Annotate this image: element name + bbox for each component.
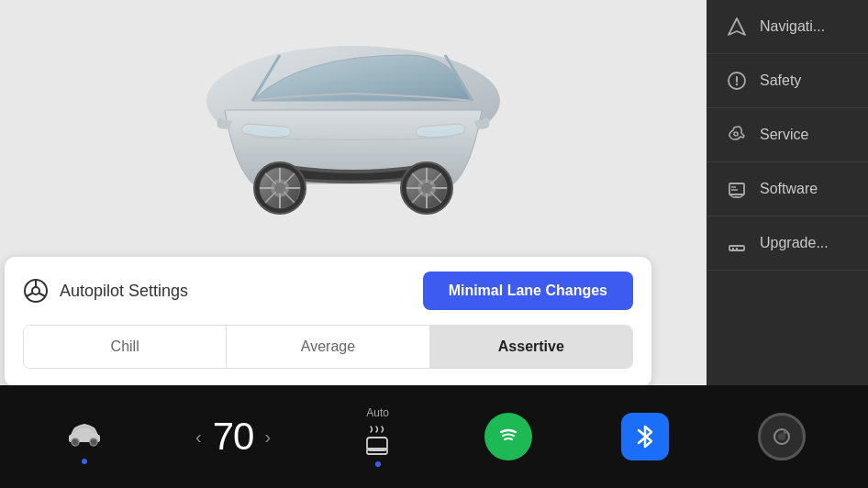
svg-point-51	[784, 430, 787, 434]
car-svg	[161, 18, 546, 220]
mlc-button[interactable]: Minimal Lane Changes	[423, 272, 633, 310]
svg-rect-37	[729, 183, 744, 194]
upgrade-icon	[727, 233, 747, 253]
seat-heat-icon	[360, 421, 396, 458]
svg-rect-48	[367, 449, 387, 454]
speed-increase-button[interactable]: ›	[264, 427, 271, 448]
svg-rect-42	[732, 248, 734, 250]
sidebar-item-service[interactable]: Service	[707, 108, 868, 162]
sidebar-item-safety[interactable]: Safety	[707, 54, 868, 108]
safety-icon	[727, 71, 747, 91]
taskbar-spotify[interactable]	[484, 413, 532, 460]
speed-control: ‹ 70 ›	[195, 415, 271, 459]
spotify-icon	[484, 413, 532, 460]
camera-icon	[758, 413, 806, 460]
svg-point-36	[734, 132, 738, 136]
lane-option-average[interactable]: Average	[227, 326, 429, 368]
climate-active-dot	[375, 461, 381, 467]
speed-value: 70	[213, 415, 254, 459]
svg-point-45	[72, 438, 79, 446]
lane-selector: Chill Average Assertive	[23, 325, 633, 369]
steering-wheel-icon	[23, 278, 49, 304]
autopilot-panel: Autopilot Settings Minimal Lane Changes …	[5, 257, 651, 387]
taskbar: ‹ 70 › Auto	[0, 385, 868, 488]
svg-line-31	[39, 294, 46, 297]
sidebar-item-navigation[interactable]: Navigati...	[707, 0, 868, 54]
software-icon	[727, 179, 747, 199]
sidebar-item-software[interactable]: Software	[707, 162, 868, 216]
sidebar: Navigati... Safety Service Software	[707, 0, 868, 385]
car-active-dot	[82, 459, 87, 464]
svg-point-46	[90, 438, 97, 446]
lane-option-chill[interactable]: Chill	[24, 326, 227, 368]
sidebar-software-label: Software	[760, 181, 818, 197]
speed-decrease-button[interactable]: ‹	[195, 427, 202, 448]
svg-point-28	[32, 287, 39, 294]
car-image	[0, 0, 707, 238]
sidebar-navigation-label: Navigati...	[760, 18, 825, 35]
svg-rect-43	[736, 248, 738, 250]
svg-marker-32	[729, 18, 745, 35]
svg-point-50	[778, 433, 785, 440]
sidebar-upgrades-label: Upgrade...	[760, 235, 829, 251]
bluetooth-icon	[621, 413, 669, 460]
sidebar-safety-label: Safety	[760, 72, 801, 89]
autopilot-title: Autopilot Settings	[60, 282, 188, 301]
svg-point-14	[274, 183, 285, 194]
service-icon	[727, 125, 747, 145]
lane-option-assertive[interactable]: Assertive	[430, 326, 632, 368]
svg-point-26	[421, 183, 432, 194]
sidebar-service-label: Service	[760, 127, 808, 143]
navigation-icon	[727, 17, 747, 37]
taskbar-camera[interactable]	[758, 413, 806, 460]
taskbar-bluetooth[interactable]	[621, 413, 669, 460]
climate-mode-label: Auto	[366, 406, 389, 419]
sidebar-item-upgrades[interactable]: Upgrade...	[707, 216, 868, 271]
svg-line-30	[27, 294, 33, 297]
car-icon	[62, 409, 106, 453]
taskbar-car[interactable]	[62, 409, 106, 464]
taskbar-climate[interactable]: Auto	[360, 406, 396, 467]
autopilot-header: Autopilot Settings Minimal Lane Changes	[23, 272, 633, 310]
svg-point-35	[736, 83, 738, 85]
autopilot-title-group: Autopilot Settings	[23, 278, 188, 304]
